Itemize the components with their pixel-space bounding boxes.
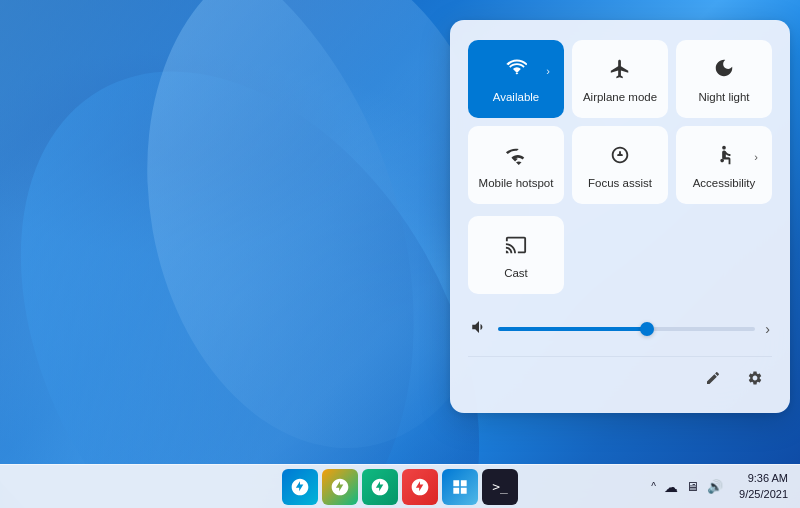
tray-volume-icon: 🔊 bbox=[707, 479, 723, 494]
night-light-icon bbox=[713, 58, 735, 85]
settings-icon bbox=[747, 370, 763, 390]
volume-thumb[interactable] bbox=[640, 322, 654, 336]
accessibility-label: Accessibility bbox=[693, 177, 756, 189]
edit-button[interactable] bbox=[696, 363, 730, 397]
airplane-label: Airplane mode bbox=[583, 91, 657, 103]
clock-date: 9/25/2021 bbox=[739, 487, 788, 502]
quick-settings-panel: › Available Airplane mode bbox=[450, 20, 790, 413]
focus-assist-icon bbox=[609, 144, 631, 171]
taskbar-right: ^ ☁ 🖥 🔊 9:36 AM 9/25/2021 bbox=[645, 469, 792, 504]
taskbar-app-edge-beta[interactable] bbox=[322, 469, 358, 505]
volume-row: › bbox=[468, 310, 772, 348]
hotspot-label: Mobile hotspot bbox=[479, 177, 554, 189]
settings-button[interactable] bbox=[738, 363, 772, 397]
tray-chevron-icon: ^ bbox=[651, 481, 656, 492]
focus-assist-label: Focus assist bbox=[588, 177, 652, 189]
airplane-button[interactable]: Airplane mode bbox=[572, 40, 668, 118]
night-light-button[interactable]: Night light bbox=[676, 40, 772, 118]
night-light-label: Night light bbox=[698, 91, 749, 103]
accessibility-icon bbox=[713, 144, 735, 171]
tray-cloud-icon: ☁ bbox=[664, 479, 678, 495]
taskbar: >_ ^ ☁ 🖥 🔊 9:36 AM 9/25/2021 bbox=[0, 464, 800, 508]
terminal-icon: >_ bbox=[492, 479, 508, 494]
accessibility-button[interactable]: › Accessibility bbox=[676, 126, 772, 204]
clock-time: 9:36 AM bbox=[739, 471, 788, 486]
taskbar-app-edge-dev[interactable] bbox=[362, 469, 398, 505]
volume-chevron-icon[interactable]: › bbox=[765, 321, 770, 337]
taskbar-app-edge[interactable] bbox=[282, 469, 318, 505]
tray-network-icon: 🖥 bbox=[686, 479, 699, 494]
cast-icon bbox=[505, 234, 527, 261]
hotspot-icon bbox=[505, 144, 527, 171]
taskbar-center: >_ bbox=[282, 469, 518, 505]
volume-icon bbox=[470, 318, 488, 340]
system-clock[interactable]: 9:36 AM 9/25/2021 bbox=[735, 469, 792, 504]
cast-row: Cast bbox=[468, 216, 772, 294]
volume-track bbox=[498, 327, 755, 331]
hotspot-button[interactable]: Mobile hotspot bbox=[468, 126, 564, 204]
quick-buttons-grid: › Available Airplane mode bbox=[468, 40, 772, 204]
svg-point-0 bbox=[722, 145, 726, 149]
taskbar-app-terminal[interactable]: >_ bbox=[482, 469, 518, 505]
wifi-chevron-icon: › bbox=[546, 65, 550, 77]
panel-footer bbox=[468, 356, 772, 397]
airplane-icon bbox=[609, 58, 631, 85]
wifi-icon bbox=[505, 58, 527, 85]
volume-fill bbox=[498, 327, 647, 331]
system-tray[interactable]: ^ ☁ 🖥 🔊 bbox=[645, 475, 729, 499]
volume-slider[interactable] bbox=[498, 327, 755, 331]
wifi-label: Available bbox=[493, 91, 539, 103]
cast-label: Cast bbox=[504, 267, 528, 279]
taskbar-app-store[interactable] bbox=[442, 469, 478, 505]
wifi-button[interactable]: › Available bbox=[468, 40, 564, 118]
accessibility-chevron-icon: › bbox=[754, 151, 758, 163]
focus-assist-button[interactable]: Focus assist bbox=[572, 126, 668, 204]
taskbar-app-edge-canary[interactable] bbox=[402, 469, 438, 505]
edit-icon bbox=[705, 370, 721, 390]
cast-button[interactable]: Cast bbox=[468, 216, 564, 294]
